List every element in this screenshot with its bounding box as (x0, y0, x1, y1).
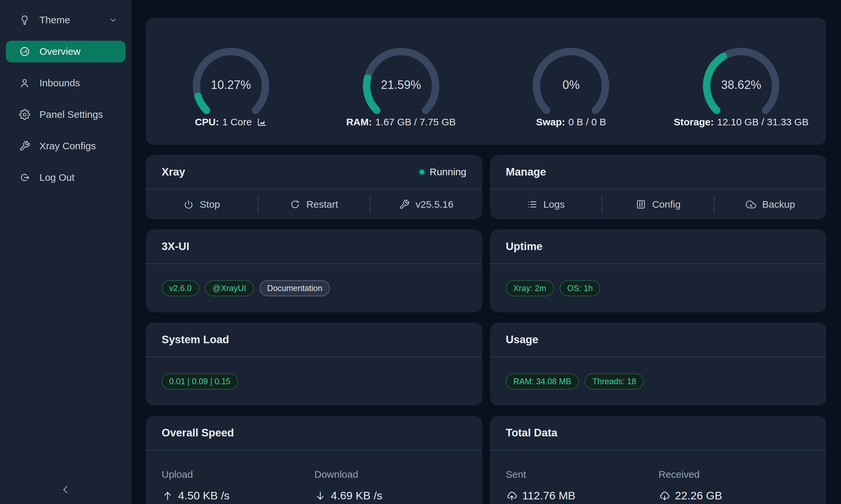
wrench-icon (19, 141, 30, 151)
power-icon (183, 199, 194, 210)
card-title: Uptime (506, 240, 543, 253)
sidebar-item-overview[interactable]: Overview (6, 41, 125, 62)
overall-speed-card: Overall Speed Upload 4.50 KB /s Download (146, 416, 482, 504)
xray-version-button[interactable]: v25.5.16 (371, 190, 482, 219)
metric-value: 4.69 KB /s (314, 489, 466, 502)
metric-value-text: 4.69 KB /s (331, 489, 382, 502)
gauge-value: 0% (530, 78, 612, 92)
action-label: v25.5.16 (416, 199, 453, 210)
sidebar-item-label: Panel Settings (39, 109, 103, 120)
usage-tags: RAM: 34.08 MB Threads: 18 (490, 357, 826, 406)
cloud-upload-icon (506, 490, 518, 502)
metric-label: Upload (161, 469, 314, 480)
total-data-card: Total Data Sent 112.76 MB Received (490, 416, 826, 504)
threads-tag: Threads: 18 (585, 373, 643, 390)
xray-card-header: Xray Running (146, 155, 482, 190)
xrayui-link-tag[interactable]: @XrayUI (205, 280, 254, 296)
os-uptime-tag: OS: 1h (560, 280, 601, 296)
sidebar-item-theme[interactable]: Theme (6, 9, 125, 31)
system-load-tags: 0.01 | 0.09 | 0.15 (146, 357, 482, 406)
wrench-icon (399, 199, 410, 210)
cloud-icon (746, 199, 756, 210)
documentation-link-tag[interactable]: Documentation (259, 280, 330, 296)
sidebar-item-label: Xray Configs (39, 141, 96, 151)
uptime-card: Uptime Xray: 2m OS: 1h (490, 229, 826, 312)
user-icon (19, 77, 30, 89)
metric-label: Download (314, 469, 466, 480)
sidebar-item-label: Log Out (39, 172, 74, 183)
manage-card-header: Manage (490, 155, 826, 190)
xray-card: Xray Running Stop Res (146, 155, 482, 219)
xui-card: 3X-UI v2.6.0 @XrayUI Documentation (146, 229, 482, 312)
config-icon (636, 199, 646, 210)
metric-value: 112.76 MB (506, 489, 659, 502)
speed-metrics: Upload 4.50 KB /s Download 4.69 K (146, 451, 482, 504)
uptime-card-header: Uptime (490, 229, 826, 264)
card-title: Overall Speed (161, 427, 234, 439)
logout-icon (19, 172, 30, 183)
card-title: System Load (161, 334, 229, 346)
ram-usage-tag: RAM: 34.08 MB (506, 373, 579, 390)
sidebar-item-inbounds[interactable]: Inbounds (6, 72, 125, 94)
sent-metric: Sent 112.76 MB (506, 469, 659, 502)
manage-card: Manage Logs Config (490, 155, 826, 219)
cpu-gauge: 10.27% CPU: 1 Core (146, 35, 316, 128)
chevron-left-icon (60, 484, 72, 496)
system-load-card-header: System Load (146, 323, 482, 357)
stop-button[interactable]: Stop (146, 190, 258, 219)
action-label: Stop (200, 199, 220, 210)
version-tag[interactable]: v2.6.0 (161, 280, 199, 296)
metric-value-text: 22.26 GB (675, 489, 722, 502)
card-title: Total Data (506, 427, 557, 439)
backup-button[interactable]: Backup (715, 190, 826, 219)
config-button[interactable]: Config (602, 190, 714, 219)
system-load-card: System Load 0.01 | 0.09 | 0.15 (146, 323, 482, 406)
list-icon (527, 199, 537, 210)
load-average-tag: 0.01 | 0.09 | 0.15 (161, 373, 238, 390)
logs-button[interactable]: Logs (490, 190, 602, 219)
metric-label: Sent (506, 469, 659, 480)
restart-button[interactable]: Restart (258, 190, 370, 219)
action-label: Restart (306, 199, 338, 210)
download-metric: Download 4.69 KB /s (314, 469, 466, 502)
sidebar-item-label: Theme (39, 15, 70, 25)
usage-card: Usage RAM: 34.08 MB Threads: 18 (490, 323, 826, 406)
sidebar-item-xray-configs[interactable]: Xray Configs (6, 135, 125, 157)
gauge-arc: 0% (530, 45, 612, 127)
metric-value: 4.50 KB /s (161, 489, 314, 502)
metric-value-text: 4.50 KB /s (178, 489, 230, 502)
system-gauges-card: 10.27% CPU: 1 Core 21.59% RAM: 1.67 GB (146, 18, 826, 145)
xray-status: Running (419, 166, 466, 178)
total-data-metrics: Sent 112.76 MB Received 22.26 GB (490, 451, 826, 504)
xray-uptime-tag: Xray: 2m (506, 280, 554, 296)
total-data-card-header: Total Data (490, 416, 826, 451)
swap-gauge: 0% Swap: 0 B / 0 B (486, 35, 656, 128)
dashboard-icon (19, 46, 30, 57)
arrow-up-icon (161, 490, 173, 502)
sidebar-item-label: Overview (39, 46, 81, 57)
sidebar-item-panel-settings[interactable]: Panel Settings (6, 104, 125, 125)
gauge-arc: 10.27% (190, 45, 272, 127)
xui-tags: v2.6.0 @XrayUI Documentation (146, 264, 482, 312)
metric-value-text: 112.76 MB (522, 489, 576, 502)
metric-value: 22.26 GB (659, 489, 811, 502)
status-dot (419, 169, 425, 175)
action-label: Logs (543, 199, 565, 210)
sidebar-menu: Theme Overview Inbounds Panel Settings (0, 0, 132, 188)
uptime-tags: Xray: 2m OS: 1h (490, 264, 826, 312)
gauge-value: 21.59% (360, 78, 442, 92)
lightbulb-icon (19, 15, 30, 25)
manage-actions: Logs Config Backup (490, 190, 826, 219)
card-title: Xray (161, 166, 185, 178)
ram-gauge: 21.59% RAM: 1.67 GB / 7.75 GB (316, 35, 486, 128)
xray-actions: Stop Restart v25.5.16 (146, 190, 482, 219)
usage-card-header: Usage (490, 323, 826, 357)
restart-icon (290, 199, 300, 210)
sidebar: Theme Overview Inbounds Panel Settings (0, 0, 132, 504)
sidebar-item-logout[interactable]: Log Out (6, 167, 125, 188)
sidebar-collapse-button[interactable] (0, 484, 132, 496)
chevron-down-icon (108, 15, 118, 24)
received-metric: Received 22.26 GB (659, 469, 811, 502)
main-content: 10.27% CPU: 1 Core 21.59% RAM: 1.67 GB (132, 0, 841, 504)
storage-gauge: 38.62% Storage: 12.10 GB / 31.33 GB (656, 35, 826, 128)
